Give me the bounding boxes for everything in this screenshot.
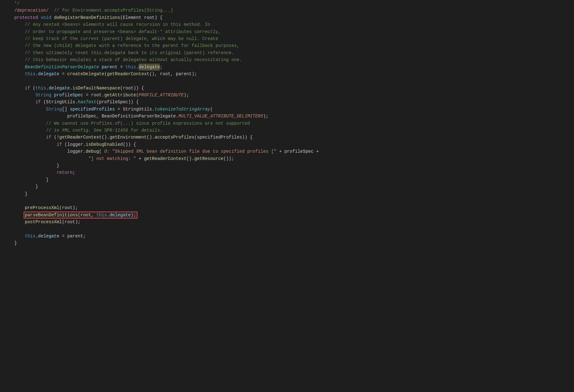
code-line-1: */ (0, 0, 574, 7)
code-line-34: this.delegate = parent; (0, 233, 574, 240)
code-line-10: BeanDefinitionParserDelegate parent = th… (0, 64, 574, 71)
code-line-26: } (0, 176, 574, 183)
code-line-32: postProcessXml(root); (0, 219, 574, 225)
code-line-29 (0, 197, 574, 204)
code-line-14: String profileSpec = root.getAttribute(P… (0, 92, 574, 99)
code-line-23: "] not matching: " + getReaderContext().… (0, 155, 574, 162)
code-line-4: // Any nested <beans> elements will caus… (0, 21, 574, 28)
code-line-20: if (!getReaderContext().getEnvironment()… (0, 134, 574, 141)
code-line-30: preProcessXml(root); (0, 204, 574, 211)
code-line-2: /deprecation/ // for Environment.accepts… (0, 7, 574, 14)
code-editor: */ /deprecation/ // for Environment.acce… (0, 0, 574, 392)
code-line-25: return; (0, 169, 574, 176)
code-line-31-highlighted: parseBeanDefinitions(root, this.delegate… (0, 212, 574, 219)
code-line-22: logger.debug( O: "Skipped XML bean defin… (0, 148, 574, 155)
code-line-8: // then ultimately reset this.delegate b… (0, 49, 574, 56)
code-line-5: // order to propagate and preserve <bean… (0, 28, 574, 35)
code-line-33 (0, 226, 574, 233)
code-line-21: if (logger.isDebugEnabled()) { (0, 141, 574, 148)
code-line-24: } (0, 162, 574, 169)
code-line-7: // the new (child) delegate with a refer… (0, 42, 574, 49)
code-line-12 (0, 77, 574, 84)
code-line-35: } (0, 240, 574, 247)
code-line-18: // We cannot use Profiles.of(...) since … (0, 120, 574, 127)
highlighted-code: parseBeanDefinitions(root, this.delegate… (24, 212, 137, 219)
code-line-11: this.delegate = createDelegate(getReader… (0, 71, 574, 77)
code-line-28: } (0, 190, 574, 197)
code-line-19: // in XML config. See SPR-12458 for deta… (0, 127, 574, 134)
code-line-6: // keep track of the current (parent) de… (0, 35, 574, 42)
code-line-3: protected void doRegisterBeanDefinitions… (0, 14, 574, 21)
code-line-9: // this behavior emulates a stack of del… (0, 56, 574, 63)
code-line-13: if (this.delegate.isDefaultNamespace(roo… (0, 85, 574, 92)
code-line-27: } (0, 183, 574, 190)
code-line-15: if (StringUtils.hasText(profileSpec)) { (0, 99, 574, 105)
code-line-17: profileSpec, BeanDefinitionParserDelegat… (0, 113, 574, 120)
code-line-16: String[] specifiedProfiles = StringUtils… (0, 106, 574, 113)
